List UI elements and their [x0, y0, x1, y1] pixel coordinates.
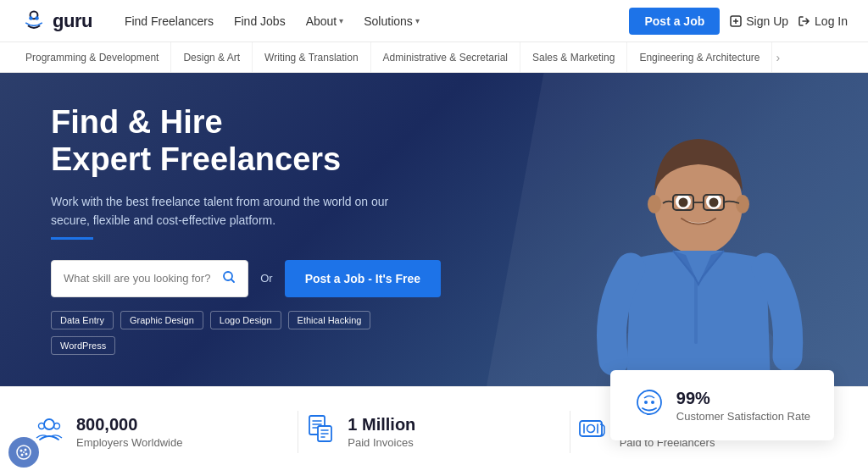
cookie-settings-button[interactable]: [8, 437, 39, 468]
cat-engineering[interactable]: Engineering & Architecture: [627, 42, 772, 72]
log-in-button[interactable]: Log In: [798, 14, 848, 28]
stat-divider-2: [570, 411, 570, 453]
about-chevron-icon: ▾: [339, 16, 343, 25]
tag-data-entry[interactable]: Data Entry: [51, 311, 114, 329]
stat-invoices: 1 Million Paid Invoices: [305, 414, 562, 449]
satisfaction-label: Customer Satisfaction Rate: [676, 410, 810, 423]
stat-employers-number: 800,000: [76, 415, 182, 434]
category-bar: Programming & Development Design & Art W…: [0, 42, 868, 73]
signup-icon: [730, 15, 742, 27]
stat-employers: 800,000 Employers Worldwide: [34, 414, 291, 449]
post-job-button[interactable]: Post a Job: [629, 8, 720, 35]
svg-point-30: [20, 450, 23, 452]
stat-employers-label: Employers Worldwide: [76, 436, 182, 449]
nav-find-jobs[interactable]: Find Jobs: [234, 14, 286, 28]
stat-invoices-number: 1 Million: [348, 415, 415, 434]
hero-section: Find & Hire Expert Freelancers Work with…: [0, 73, 868, 386]
or-separator: Or: [260, 272, 272, 285]
solutions-chevron-icon: ▾: [415, 16, 420, 25]
category-next-icon[interactable]: ›: [776, 51, 780, 64]
cookie-icon: [15, 444, 32, 461]
nav-solutions[interactable]: Solutions ▾: [364, 14, 420, 28]
satisfaction-text: 99% Customer Satisfaction Rate: [676, 389, 810, 423]
svg-point-12: [736, 195, 749, 213]
employers-icon: [34, 414, 64, 449]
svg-point-15: [679, 198, 688, 208]
person-illustration: [563, 73, 834, 386]
svg-point-11: [648, 195, 661, 213]
nav-links: Find Freelancers Find Jobs About ▾ Solut…: [125, 14, 606, 28]
nav-find-freelancers[interactable]: Find Freelancers: [125, 14, 214, 28]
search-icon: [222, 270, 236, 284]
stat-invoices-text: 1 Million Paid Invoices: [348, 415, 415, 449]
login-icon: [798, 15, 810, 27]
stats-bar: 800,000 Employers Worldwide 1 Million Pa…: [0, 386, 868, 476]
search-row: Or Post a Job - It's Free: [51, 260, 441, 297]
nav-actions: Post a Job Sign Up Log In: [629, 8, 848, 35]
svg-point-25: [587, 425, 594, 433]
svg-point-32: [21, 454, 24, 457]
svg-point-34: [23, 451, 25, 453]
sign-up-button[interactable]: Sign Up: [730, 14, 788, 28]
tag-logo-design[interactable]: Logo Design: [210, 311, 281, 329]
hero-content: Find & Hire Expert Freelancers Work with…: [0, 104, 492, 354]
paid-icon: [577, 414, 608, 449]
svg-rect-24: [580, 421, 602, 436]
hero-subtitle: Work with the best freelance talent from…: [51, 192, 407, 230]
hero-person-image: [563, 73, 834, 386]
top-nav: guru Find Freelancers Find Jobs About ▾ …: [0, 0, 868, 42]
svg-point-19: [44, 419, 54, 429]
satisfaction-number: 99%: [676, 389, 810, 408]
svg-point-31: [25, 449, 27, 451]
logo[interactable]: guru: [20, 8, 92, 35]
tag-wordpress[interactable]: WordPress: [51, 336, 115, 355]
cat-admin[interactable]: Administrative & Secretarial: [371, 42, 520, 72]
svg-point-27: [644, 401, 648, 404]
post-job-hero-button[interactable]: Post a Job - It's Free: [285, 260, 441, 297]
hero-title: Find & Hire Expert Freelancers: [51, 104, 441, 178]
satisfaction-icon: [634, 387, 665, 423]
nav-about[interactable]: About ▾: [306, 14, 344, 28]
invoices-icon: [305, 414, 336, 449]
svg-rect-8: [694, 276, 698, 344]
tag-row: Data Entry Graphic Design Logo Design Et…: [51, 311, 441, 355]
cat-design[interactable]: Design & Art: [171, 42, 253, 72]
stat-invoices-label: Paid Invoices: [348, 436, 415, 449]
cat-programming[interactable]: Programming & Development: [14, 42, 171, 72]
stat-employers-text: 800,000 Employers Worldwide: [76, 415, 182, 449]
svg-point-2: [35, 16, 38, 19]
tag-ethical-hacking[interactable]: Ethical Hacking: [288, 311, 371, 329]
svg-point-1: [29, 16, 32, 19]
logo-text: guru: [53, 10, 92, 32]
cat-sales[interactable]: Sales & Marketing: [520, 42, 627, 72]
search-button[interactable]: [222, 270, 236, 287]
cat-writing[interactable]: Writing & Translation: [253, 42, 371, 72]
satisfaction-card: 99% Customer Satisfaction Rate: [610, 370, 834, 440]
stat-divider-1: [298, 411, 298, 453]
svg-point-33: [25, 453, 28, 456]
search-box: [51, 260, 248, 297]
svg-point-16: [709, 198, 719, 208]
tag-graphic-design[interactable]: Graphic Design: [120, 311, 203, 329]
svg-point-28: [651, 401, 654, 404]
hero-underline-decoration: [51, 237, 93, 240]
search-input[interactable]: [64, 272, 222, 285]
